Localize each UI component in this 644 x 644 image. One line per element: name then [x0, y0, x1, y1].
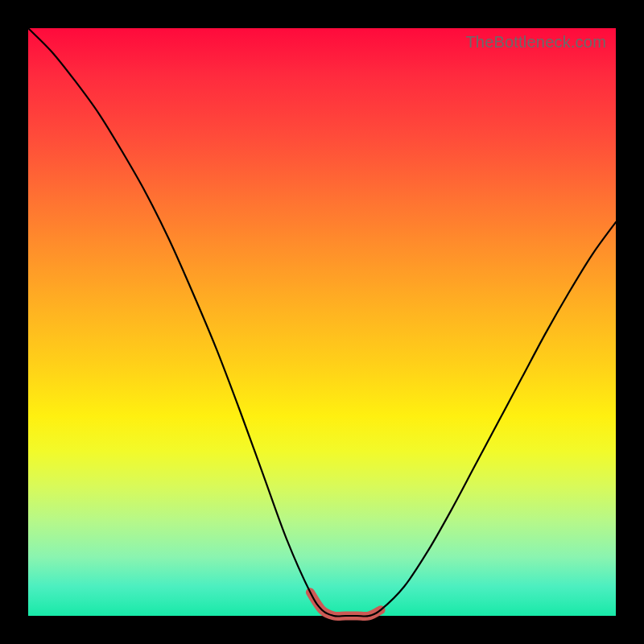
chart-frame: TheBottleneck.com [0, 0, 644, 644]
plot-area: TheBottleneck.com [28, 28, 616, 616]
curve-svg [28, 28, 616, 616]
bottleneck-curve [28, 28, 616, 617]
optimal-range-highlight [310, 592, 381, 617]
